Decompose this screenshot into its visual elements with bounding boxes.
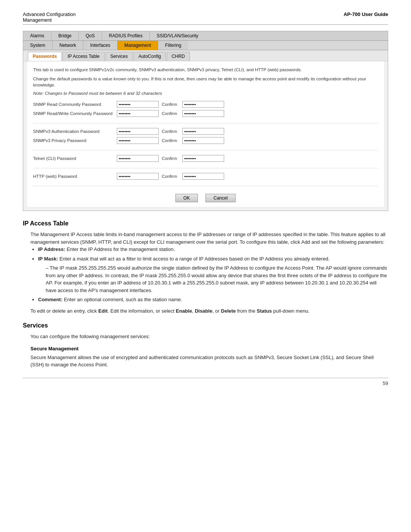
- top-tab-row: Alarms Bridge QoS RADIUS Profiles SSID/V…: [23, 31, 388, 41]
- ok-button[interactable]: OK: [175, 194, 198, 202]
- telnet-label: Telnet (CLI) Password: [33, 156, 117, 161]
- tab-interfaces[interactable]: Interfaces: [83, 41, 118, 50]
- snmpv3-privacy-row: SNMPv3 Privacy Password Confirm: [33, 137, 378, 144]
- info-text-2: Change the default passwords to a value …: [33, 76, 378, 88]
- tab-management[interactable]: Management: [118, 41, 158, 50]
- bullet-ip-mask-text: Enter a mask that will act as a filter t…: [59, 256, 330, 262]
- snmp-read-label: SNMP Read Community Password: [33, 102, 117, 107]
- sub-tab-passwords[interactable]: Passwords: [28, 52, 62, 61]
- sub-bullet-ip-mask-detail: The IP mask 255.255.255.255 would author…: [46, 264, 388, 294]
- snmpv3-auth-label: SNMPv3 Authentication Password: [33, 129, 117, 134]
- header-title: Advanced Configuration: [23, 11, 76, 17]
- bullet-comment-text: Enter an optional comment, such as the s…: [64, 297, 182, 302]
- snmp-read-password-input[interactable]: [117, 101, 159, 108]
- tab-alarms[interactable]: Alarms: [23, 31, 51, 40]
- services-body: You can configure the following manageme…: [23, 333, 388, 340]
- ip-access-table-intro: The Management IP Access table limits in…: [30, 231, 388, 246]
- snmp-readwrite-confirm-input[interactable]: [182, 110, 224, 117]
- http-label: HTTP (web) Password: [33, 174, 117, 179]
- tab-network[interactable]: Network: [53, 41, 83, 50]
- snmpv3-auth-row: SNMPv3 Authentication Password Confirm: [33, 128, 378, 135]
- header-guide-title: AP-700 User Guide: [344, 11, 388, 17]
- page-number: 59: [23, 378, 388, 386]
- snmp-readwrite-password-input[interactable]: [117, 110, 159, 117]
- bullet-ip-address: IP Address: Enter the IP Address for the…: [38, 246, 388, 253]
- tab-radius-profiles[interactable]: RADIUS Profiles: [102, 31, 150, 40]
- header-divider: [23, 24, 388, 25]
- snmp-readwrite-label: SNMP Read/Write Community Password: [33, 111, 117, 116]
- bullet-comment: Comment: Enter an optional comment, such…: [38, 296, 388, 304]
- telnet-confirm-input[interactable]: [182, 155, 224, 162]
- sub-tab-chrd[interactable]: CHRD: [167, 52, 190, 61]
- snmpv3-section: SNMPv3 Authentication Password Confirm S…: [33, 128, 378, 150]
- bottom-tab-row: System Network Interfaces Management Fil…: [23, 41, 388, 50]
- telnet-section: Telnet (CLI) Password Confirm: [33, 155, 378, 168]
- telnet-row: Telnet (CLI) Password Confirm: [33, 155, 378, 162]
- sub-tab-ip-access-table[interactable]: IP Access Table: [62, 52, 104, 61]
- sub-tab-services[interactable]: Services: [105, 52, 133, 61]
- panel-content: This tab is used to configure SNMPv1/v2c…: [27, 61, 384, 207]
- snmp-readwrite-confirm-label: Confirm: [162, 111, 179, 116]
- snmpv3-auth-confirm-label: Confirm: [162, 129, 179, 134]
- note-text: Note: Changes to Password must be betwee…: [33, 91, 378, 96]
- page-header: Advanced Configuration Management AP-700…: [23, 11, 388, 23]
- tab-system[interactable]: System: [23, 41, 53, 50]
- ip-access-table-body: The Management IP Access table limits in…: [23, 231, 388, 315]
- sub-tab-row: Passwords IP Access Table Services AutoC…: [23, 50, 388, 61]
- snmpv3-auth-confirm-input[interactable]: [182, 128, 224, 135]
- http-section: HTTP (web) Password Confirm: [33, 173, 378, 186]
- ip-access-edit-text: To edit or delete an entry, click Edit. …: [30, 307, 388, 315]
- snmpv3-privacy-label: SNMPv3 Privacy Password: [33, 138, 117, 143]
- http-confirm-input[interactable]: [182, 173, 224, 180]
- header-left: Advanced Configuration Management: [23, 11, 76, 23]
- snmp-read-confirm-label: Confirm: [162, 102, 179, 107]
- http-password-input[interactable]: [117, 173, 159, 180]
- bullet-ip-address-bold: IP Address:: [38, 246, 65, 252]
- snmpv3-privacy-confirm-label: Confirm: [162, 138, 179, 143]
- ui-panel: Alarms Bridge QoS RADIUS Profiles SSID/V…: [23, 31, 388, 211]
- cancel-button[interactable]: Cancel: [206, 194, 236, 202]
- services-heading: Services: [23, 322, 388, 329]
- services-section: Services You can configure the following…: [23, 322, 388, 369]
- snmpv3-privacy-confirm-input[interactable]: [182, 137, 224, 144]
- secure-mgmt-body: Secure Management allows the use of encr…: [23, 354, 388, 369]
- bullet-ip-mask: IP Mask: Enter a mask that will act as a…: [38, 255, 388, 294]
- tab-bridge[interactable]: Bridge: [51, 31, 79, 40]
- ip-access-table-heading: IP Access Table: [23, 220, 388, 227]
- tab-filtering[interactable]: Filtering: [158, 41, 188, 50]
- sub-tab-autoconfig[interactable]: AutoConfig: [134, 52, 166, 61]
- snmp-read-row: SNMP Read Community Password Confirm: [33, 101, 378, 108]
- http-row: HTTP (web) Password Confirm: [33, 173, 378, 180]
- button-row: OK Cancel: [33, 192, 378, 202]
- http-confirm-label: Confirm: [162, 174, 179, 179]
- header-subtitle: Management: [23, 17, 76, 23]
- ip-access-table-section: IP Access Table The Management IP Access…: [23, 220, 388, 315]
- telnet-confirm-label: Confirm: [162, 156, 179, 161]
- sub-bullet-list: The IP mask 255.255.255.255 would author…: [38, 264, 388, 294]
- tab-ssid-vlan-security[interactable]: SSID/VLAN/Security: [150, 31, 205, 40]
- bullet-ip-address-text: Enter the IP Address for the management …: [67, 246, 175, 252]
- snmp-community-section: SNMP Read Community Password Confirm SNM…: [33, 101, 378, 123]
- tab-qos[interactable]: QoS: [79, 31, 102, 40]
- snmpv3-auth-password-input[interactable]: [117, 128, 159, 135]
- snmp-read-confirm-input[interactable]: [182, 101, 224, 108]
- snmpv3-privacy-password-input[interactable]: [117, 137, 159, 144]
- services-intro: You can configure the following manageme…: [30, 333, 388, 340]
- snmp-readwrite-row: SNMP Read/Write Community Password Confi…: [33, 110, 378, 117]
- ip-access-bullet-list: IP Address: Enter the IP Address for the…: [30, 246, 388, 304]
- telnet-password-input[interactable]: [117, 155, 159, 162]
- info-text-1: This tab is used to configure SNMPv1/v2c…: [33, 67, 378, 73]
- bullet-comment-bold: Comment:: [38, 297, 62, 302]
- bullet-ip-mask-bold: IP Mask:: [38, 256, 58, 262]
- secure-mgmt-heading: Secure Management: [23, 346, 388, 351]
